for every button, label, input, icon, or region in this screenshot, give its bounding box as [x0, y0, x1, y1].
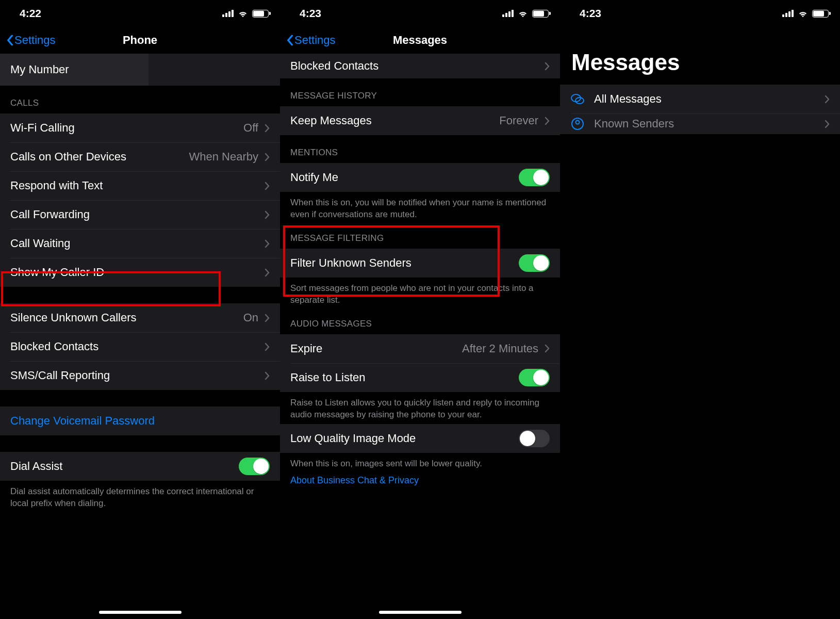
status-bar: 4:22	[0, 0, 280, 27]
section-header-history: MESSAGE HISTORY	[280, 78, 560, 106]
battery-icon	[252, 10, 269, 18]
dial-assist-toggle[interactable]	[239, 458, 270, 475]
chevron-right-icon	[265, 268, 270, 277]
chevron-right-icon	[265, 371, 270, 380]
section-header-audio: AUDIO MESSAGES	[280, 310, 560, 334]
chevron-right-icon	[265, 182, 270, 190]
sms-call-reporting-row[interactable]: SMS/Call Reporting	[0, 361, 280, 390]
filter-unknown-toggle[interactable]	[519, 254, 550, 272]
row-label: Expire	[290, 342, 462, 355]
battery-icon	[812, 10, 829, 18]
filter-unknown-senders-row[interactable]: Filter Unknown Senders	[280, 249, 560, 278]
chevron-left-icon	[6, 35, 13, 46]
filter-unknown-description: Sort messages from people who are not in…	[280, 278, 560, 310]
keep-messages-row[interactable]: Keep Messages Forever	[280, 106, 560, 135]
back-button[interactable]: Settings	[286, 34, 336, 47]
row-label: Call Waiting	[10, 237, 265, 250]
row-value: On	[243, 311, 258, 324]
home-indicator[interactable]	[379, 611, 462, 614]
chevron-right-icon	[265, 314, 270, 322]
link-label: Change Voicemail Password	[10, 414, 155, 428]
row-label: Filter Unknown Senders	[290, 256, 519, 270]
status-time: 4:22	[20, 7, 222, 20]
row-label: Respond with Text	[10, 179, 265, 192]
battery-icon	[532, 10, 549, 18]
row-label: Blocked Contacts	[290, 59, 545, 73]
change-voicemail-password-row[interactable]: Change Voicemail Password	[0, 406, 280, 435]
low-quality-description: When this is on, images sent will be low…	[280, 453, 560, 473]
silence-unknown-callers-row[interactable]: Silence Unknown Callers On	[0, 303, 280, 332]
about-business-chat-link[interactable]: About Business Chat & Privacy	[280, 473, 560, 501]
person-circle-icon	[570, 117, 585, 131]
low-quality-image-mode-row[interactable]: Low Quality Image Mode	[280, 424, 560, 453]
all-messages-row[interactable]: All Messages	[560, 85, 840, 113]
row-label: Call Forwarding	[10, 208, 265, 221]
my-number-row[interactable]: My Number	[0, 54, 280, 86]
row-value: Forever	[499, 114, 538, 127]
call-forwarding-row[interactable]: Call Forwarding	[0, 200, 280, 229]
row-label: Show My Caller ID	[10, 266, 265, 279]
link-label: About Business Chat & Privacy	[290, 475, 419, 485]
chevron-right-icon	[545, 344, 550, 353]
status-time: 4:23	[300, 7, 502, 20]
status-icons	[502, 10, 549, 18]
back-label: Settings	[14, 34, 56, 47]
notify-me-row[interactable]: Notify Me	[280, 163, 560, 192]
screen-messages-settings: 4:23 Settings Messages Blocked Contacts …	[280, 0, 560, 619]
row-label: Calls on Other Devices	[10, 150, 189, 164]
signal-icon	[502, 10, 514, 17]
row-label: Dial Assist	[10, 460, 239, 473]
home-indicator[interactable]	[99, 611, 182, 614]
chevron-right-icon	[265, 124, 270, 133]
raise-to-listen-row[interactable]: Raise to Listen	[280, 363, 560, 392]
status-icons	[782, 10, 829, 18]
raise-to-listen-description: Raise to Listen allows you to quickly li…	[280, 392, 560, 424]
wifi-icon	[238, 10, 248, 18]
known-senders-row[interactable]: Known Senders	[560, 113, 840, 134]
screen-phone-settings: 4:22 Settings Phone My Number CALLS Wi-F…	[0, 0, 280, 619]
chevron-right-icon	[265, 239, 270, 248]
row-value: When Nearby	[189, 150, 258, 164]
row-label: Wi-Fi Calling	[10, 121, 243, 135]
svg-point-3	[576, 121, 580, 124]
chevron-right-icon	[265, 153, 270, 161]
dial-assist-description: Dial assist automatically determines the…	[0, 481, 280, 513]
signal-icon	[782, 10, 794, 17]
status-bar: 4:23	[280, 0, 560, 27]
status-icons	[222, 10, 269, 18]
wifi-icon	[518, 10, 528, 18]
row-label: SMS/Call Reporting	[10, 369, 265, 382]
respond-with-text-row[interactable]: Respond with Text	[0, 171, 280, 200]
back-label: Settings	[294, 34, 336, 47]
chat-bubbles-icon	[570, 92, 585, 106]
row-label: Blocked Contacts	[10, 340, 265, 353]
screen-messages-filters: 4:23 Messages All Messages Known Senders	[560, 0, 840, 619]
blocked-contacts-row[interactable]: Blocked Contacts	[280, 54, 560, 78]
blocked-contacts-row[interactable]: Blocked Contacts	[0, 332, 280, 361]
nav-bar: Settings Phone	[0, 27, 280, 54]
chevron-right-icon	[265, 343, 270, 351]
row-value: After 2 Minutes	[462, 342, 538, 355]
expire-row[interactable]: Expire After 2 Minutes	[280, 334, 560, 363]
low-quality-toggle[interactable]	[519, 430, 550, 447]
wifi-icon	[798, 10, 808, 18]
wifi-calling-row[interactable]: Wi-Fi Calling Off	[0, 113, 280, 142]
chevron-left-icon	[286, 35, 293, 46]
notify-me-description: When this is on, you will be notified wh…	[280, 192, 560, 224]
page-title: Messages	[560, 27, 840, 85]
row-label: Low Quality Image Mode	[290, 432, 519, 445]
chevron-right-icon	[825, 120, 830, 128]
raise-to-listen-toggle[interactable]	[519, 369, 550, 386]
back-button[interactable]: Settings	[6, 34, 56, 47]
calls-other-devices-row[interactable]: Calls on Other Devices When Nearby	[0, 142, 280, 171]
row-label: Keep Messages	[290, 114, 499, 127]
show-caller-id-row[interactable]: Show My Caller ID	[0, 258, 280, 287]
chevron-right-icon	[545, 62, 550, 71]
dial-assist-row[interactable]: Dial Assist	[0, 452, 280, 481]
row-label: Known Senders	[594, 117, 825, 131]
section-header-filtering: MESSAGE FILTERING	[280, 224, 560, 249]
status-time: 4:23	[580, 7, 782, 20]
call-waiting-row[interactable]: Call Waiting	[0, 229, 280, 258]
notify-me-toggle[interactable]	[519, 169, 550, 186]
nav-bar: Settings Messages	[280, 27, 560, 54]
